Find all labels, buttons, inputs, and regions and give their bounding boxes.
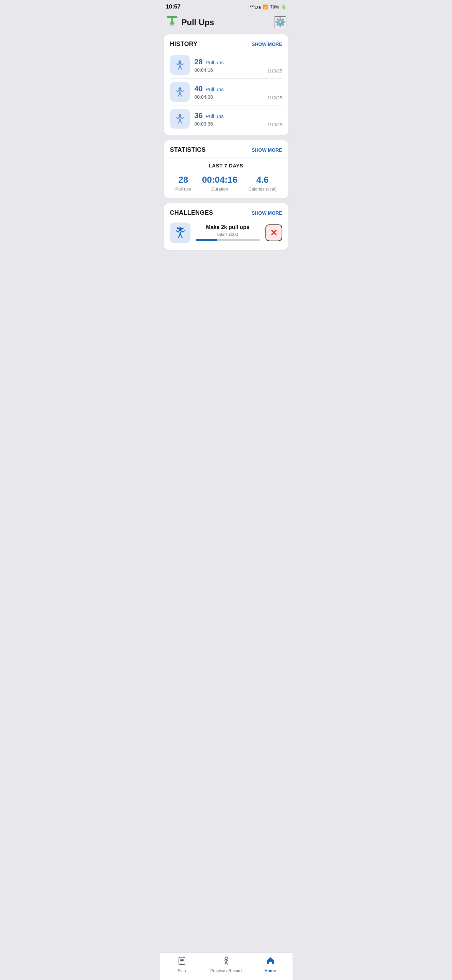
svg-line-9 [182,64,183,65]
page-title: Pull Ups [182,18,214,27]
svg-line-13 [178,94,179,96]
history-header: HISTORY SHOW MORE [170,40,282,48]
stat-duration: 00:04:16 Duration [202,175,237,192]
progress-bar-fill [196,239,218,241]
challenge-progress-text: 682 / 2000 [195,232,261,237]
svg-point-38 [225,957,227,959]
svg-rect-35 [180,959,184,959]
bottom-nav: Plan Practise / Record Home [160,953,292,980]
svg-line-21 [180,121,181,123]
svg-line-8 [176,64,178,65]
history-title: HISTORY [170,40,198,48]
statistics-card: STATISTICS SHOW MORE LAST 7 DAYS 28 Pull… [164,140,289,198]
stat-duration-value: 00:04:16 [202,175,237,185]
svg-line-12 [180,91,181,94]
history-count: 28 [195,57,203,66]
app-header: Pull Ups ⚙️ [160,12,292,34]
history-show-more[interactable]: SHOW MORE [252,41,282,47]
svg-rect-36 [180,960,184,961]
practise-icon [222,956,231,967]
history-count: 40 [195,84,203,93]
statistics-header: STATISTICS SHOW MORE [170,146,282,153]
challenge-icon [170,223,190,243]
svg-line-20 [178,121,179,123]
main-content: HISTORY SHOW MORE 28 P [160,34,292,285]
stat-calories: 4.6 Calories (kcal) [248,175,276,192]
status-icons: VO)LTE 📶 79% 🔋 [250,5,286,10]
svg-line-42 [227,963,227,964]
battery-text: 79% [270,5,279,10]
svg-line-6 [178,67,179,69]
svg-rect-37 [180,962,182,962]
stats-row: 28 Pull ups 00:04:16 Duration 4.6 Calori… [170,175,282,192]
svg-line-16 [182,91,183,92]
history-card: HISTORY SHOW MORE 28 P [164,34,289,135]
svg-rect-1 [171,18,173,21]
history-count-row: 40 Pull ups [195,84,268,93]
challenge-close-button[interactable]: ✕ [265,224,282,241]
stat-divider [164,158,289,158]
stat-pullups-value: 28 [176,175,191,185]
history-duration: 00:03:36 [195,121,268,127]
progress-bar-bg [196,239,260,241]
history-count-row: 28 Pull ups [195,57,268,66]
history-count-row: 36 Pull ups [195,111,268,120]
history-count: 36 [195,111,203,120]
svg-point-10 [178,87,181,90]
history-date: 1/10/25 [267,122,282,129]
stat-pullups: 28 Pull ups [176,175,191,192]
challenges-card: CHALLENGES SHOW MORE [164,203,289,250]
stat-duration-label: Duration [202,186,237,192]
challenges-show-more[interactable]: SHOW MORE [252,210,282,216]
close-icon: ✕ [270,228,278,238]
battery-icon: 🔋 [281,5,286,10]
stat-calories-value: 4.6 [248,175,276,185]
history-date: 1/13/25 [267,68,282,75]
home-icon [266,956,275,967]
challenges-header: CHALLENGES SHOW MORE [170,209,282,216]
svg-line-7 [180,67,181,69]
nav-plan-label: Plan [178,969,186,973]
challenge-title: Make 2k pull ups [195,224,261,231]
header-left: Pull Ups [166,15,214,30]
nav-practise[interactable]: Practise / Record [204,956,248,973]
status-time: 10:57 [166,3,181,10]
challenge-info: Make 2k pull ups 682 / 2000 [195,224,261,241]
nav-home[interactable]: Home [248,956,292,973]
nav-home-label: Home [265,969,276,973]
settings-button[interactable]: ⚙️ [274,16,286,28]
challenges-title: CHALLENGES [170,209,213,216]
statistics-title: STATISTICS [170,146,206,153]
exercise-thumbnail [170,55,190,75]
network-icon: VO)LTE [250,5,261,9]
history-exercise-label: Pull ups [205,86,224,92]
history-item[interactable]: 28 Pull ups 00:04:16 1/13/25 [170,52,282,79]
nav-plan[interactable]: Plan [160,956,204,973]
status-bar: 10:57 VO)LTE 📶 79% 🔋 [160,0,292,12]
svg-rect-0 [167,16,178,18]
svg-rect-25 [177,228,184,229]
period-label: LAST 7 DAYS [170,163,282,169]
svg-line-14 [180,94,181,96]
svg-line-29 [180,232,181,235]
pull-ups-icon [166,15,178,30]
history-item[interactable]: 40 Pull ups 00:04:08 1/12/25 [170,79,282,105]
statistics-show-more[interactable]: SHOW MORE [252,147,282,153]
history-info: 40 Pull ups 00:04:08 [195,84,268,100]
svg-line-23 [182,118,183,119]
svg-line-31 [181,235,182,238]
signal-icon: 📶 [263,5,268,10]
history-exercise-label: Pull ups [205,60,224,65]
plan-icon [178,956,186,967]
history-duration: 00:04:08 [195,94,268,100]
history-item[interactable]: 36 Pull ups 00:03:36 1/10/25 [170,105,282,129]
svg-line-41 [225,963,225,964]
history-date: 1/12/25 [267,95,282,102]
history-info: 28 Pull ups 00:04:16 [195,57,268,73]
svg-point-17 [178,114,181,117]
nav-practise-label: Practise / Record [210,969,241,973]
history-info: 36 Pull ups 00:03:36 [195,111,268,127]
stat-pullups-label: Pull ups [176,186,191,192]
svg-line-19 [180,118,181,121]
svg-line-32 [176,231,178,232]
